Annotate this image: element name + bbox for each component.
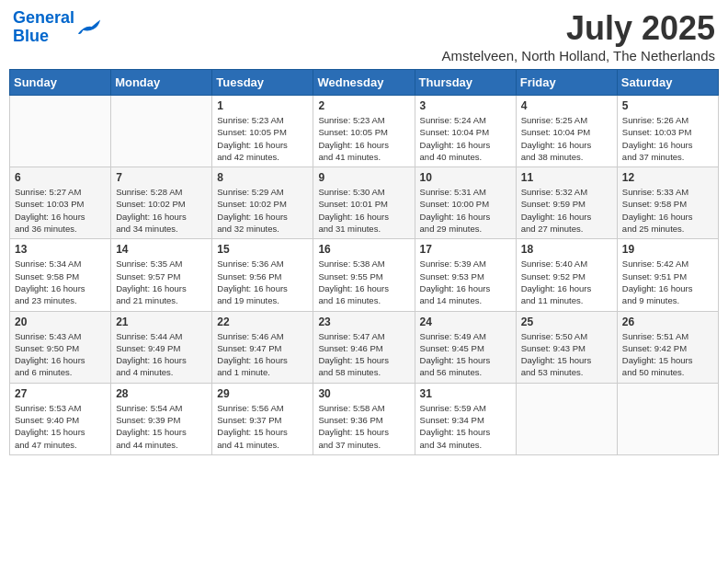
calendar-cell [516, 383, 617, 454]
day-number: 20 [15, 316, 106, 328]
day-number: 15 [217, 243, 308, 256]
day-info: Sunrise: 5:56 AM Sunset: 9:37 PM Dayligh… [217, 402, 308, 451]
day-number: 25 [521, 316, 612, 328]
day-number: 28 [116, 387, 207, 400]
calendar-cell: 5Sunrise: 5:26 AM Sunset: 10:03 PM Dayli… [617, 96, 718, 167]
day-info: Sunrise: 5:38 AM Sunset: 9:55 PM Dayligh… [318, 258, 409, 306]
calendar-week-row: 20Sunrise: 5:43 AM Sunset: 9:50 PM Dayli… [10, 311, 719, 383]
calendar-table: SundayMondayTuesdayWednesdayThursdayFrid… [9, 69, 719, 455]
day-info: Sunrise: 5:44 AM Sunset: 9:49 PM Dayligh… [116, 330, 207, 379]
day-number: 19 [622, 243, 713, 256]
logo-text: General Blue [13, 9, 74, 46]
day-number: 31 [420, 387, 511, 400]
day-info: Sunrise: 5:29 AM Sunset: 10:02 PM Daylig… [217, 186, 308, 235]
month-year: July 2025 [442, 9, 715, 48]
day-info: Sunrise: 5:46 AM Sunset: 9:47 PM Dayligh… [217, 330, 308, 379]
day-number: 23 [318, 316, 409, 328]
calendar-cell: 9Sunrise: 5:30 AM Sunset: 10:01 PM Dayli… [313, 167, 415, 239]
day-info: Sunrise: 5:50 AM Sunset: 9:43 PM Dayligh… [521, 330, 612, 379]
calendar-cell: 18Sunrise: 5:40 AM Sunset: 9:52 PM Dayli… [516, 239, 617, 311]
calendar-week-row: 13Sunrise: 5:34 AM Sunset: 9:58 PM Dayli… [10, 239, 719, 311]
calendar-week-row: 27Sunrise: 5:53 AM Sunset: 9:40 PM Dayli… [10, 383, 719, 454]
day-info: Sunrise: 5:43 AM Sunset: 9:50 PM Dayligh… [15, 330, 106, 379]
day-info: Sunrise: 5:33 AM Sunset: 9:58 PM Dayligh… [622, 186, 713, 235]
day-number: 11 [521, 171, 612, 184]
day-info: Sunrise: 5:32 AM Sunset: 9:59 PM Dayligh… [521, 186, 612, 235]
day-number: 22 [217, 316, 308, 328]
day-info: Sunrise: 5:42 AM Sunset: 9:51 PM Dayligh… [622, 258, 713, 306]
day-number: 27 [15, 387, 106, 400]
day-info: Sunrise: 5:24 AM Sunset: 10:04 PM Daylig… [420, 114, 511, 163]
day-number: 18 [521, 243, 612, 256]
day-info: Sunrise: 5:36 AM Sunset: 9:56 PM Dayligh… [217, 258, 308, 306]
calendar-cell: 24Sunrise: 5:49 AM Sunset: 9:45 PM Dayli… [415, 311, 516, 383]
calendar-week-row: 6Sunrise: 5:27 AM Sunset: 10:03 PM Dayli… [10, 167, 719, 239]
calendar-cell: 16Sunrise: 5:38 AM Sunset: 9:55 PM Dayli… [313, 239, 415, 311]
day-number: 3 [420, 99, 511, 112]
day-number: 16 [318, 243, 409, 256]
day-info: Sunrise: 5:35 AM Sunset: 9:57 PM Dayligh… [116, 258, 207, 306]
weekday-header: Monday [111, 70, 212, 96]
calendar-cell: 20Sunrise: 5:43 AM Sunset: 9:50 PM Dayli… [10, 311, 111, 383]
day-number: 6 [15, 171, 106, 184]
logo-general: General [13, 8, 74, 27]
day-info: Sunrise: 5:49 AM Sunset: 9:45 PM Dayligh… [420, 330, 511, 379]
day-info: Sunrise: 5:23 AM Sunset: 10:05 PM Daylig… [318, 114, 409, 163]
day-info: Sunrise: 5:31 AM Sunset: 10:00 PM Daylig… [420, 186, 511, 235]
calendar-week-row: 1Sunrise: 5:23 AM Sunset: 10:05 PM Dayli… [10, 96, 719, 167]
day-info: Sunrise: 5:40 AM Sunset: 9:52 PM Dayligh… [521, 258, 612, 306]
calendar-cell [111, 96, 212, 167]
calendar-cell: 8Sunrise: 5:29 AM Sunset: 10:02 PM Dayli… [212, 167, 313, 239]
calendar-cell: 6Sunrise: 5:27 AM Sunset: 10:03 PM Dayli… [10, 167, 111, 239]
calendar-cell: 22Sunrise: 5:46 AM Sunset: 9:47 PM Dayli… [212, 311, 313, 383]
calendar-cell [617, 383, 718, 454]
day-info: Sunrise: 5:51 AM Sunset: 9:42 PM Dayligh… [622, 330, 713, 379]
day-info: Sunrise: 5:59 AM Sunset: 9:34 PM Dayligh… [420, 402, 511, 451]
calendar-cell: 14Sunrise: 5:35 AM Sunset: 9:57 PM Dayli… [111, 239, 212, 311]
day-number: 24 [420, 316, 511, 328]
weekday-header: Friday [516, 70, 617, 96]
logo-blue: Blue [13, 27, 49, 45]
weekday-header: Tuesday [212, 70, 313, 96]
day-info: Sunrise: 5:27 AM Sunset: 10:03 PM Daylig… [15, 186, 106, 235]
day-info: Sunrise: 5:34 AM Sunset: 9:58 PM Dayligh… [15, 258, 106, 306]
day-info: Sunrise: 5:28 AM Sunset: 10:02 PM Daylig… [116, 186, 207, 235]
logo-bird-icon [76, 17, 102, 38]
day-number: 26 [622, 316, 713, 328]
day-info: Sunrise: 5:54 AM Sunset: 9:39 PM Dayligh… [116, 402, 207, 451]
day-number: 21 [116, 316, 207, 328]
day-info: Sunrise: 5:23 AM Sunset: 10:05 PM Daylig… [217, 114, 308, 163]
day-number: 5 [622, 99, 713, 112]
weekday-header: Thursday [415, 70, 516, 96]
day-number: 7 [116, 171, 207, 184]
logo: General Blue [13, 9, 102, 46]
calendar-cell: 30Sunrise: 5:58 AM Sunset: 9:36 PM Dayli… [313, 383, 415, 454]
calendar-cell: 12Sunrise: 5:33 AM Sunset: 9:58 PM Dayli… [617, 167, 718, 239]
calendar-cell: 7Sunrise: 5:28 AM Sunset: 10:02 PM Dayli… [111, 167, 212, 239]
weekday-header: Sunday [10, 70, 111, 96]
day-number: 4 [521, 99, 612, 112]
calendar-cell: 27Sunrise: 5:53 AM Sunset: 9:40 PM Dayli… [10, 383, 111, 454]
day-number: 8 [217, 171, 308, 184]
day-info: Sunrise: 5:26 AM Sunset: 10:03 PM Daylig… [622, 114, 713, 163]
day-number: 30 [318, 387, 409, 400]
day-number: 9 [318, 171, 409, 184]
day-info: Sunrise: 5:25 AM Sunset: 10:04 PM Daylig… [521, 114, 612, 163]
calendar-cell: 31Sunrise: 5:59 AM Sunset: 9:34 PM Dayli… [415, 383, 516, 454]
calendar-cell: 21Sunrise: 5:44 AM Sunset: 9:49 PM Dayli… [111, 311, 212, 383]
day-info: Sunrise: 5:53 AM Sunset: 9:40 PM Dayligh… [15, 402, 106, 451]
calendar-cell: 2Sunrise: 5:23 AM Sunset: 10:05 PM Dayli… [313, 96, 415, 167]
weekday-header: Wednesday [313, 70, 415, 96]
calendar-cell: 15Sunrise: 5:36 AM Sunset: 9:56 PM Dayli… [212, 239, 313, 311]
day-number: 12 [622, 171, 713, 184]
day-info: Sunrise: 5:58 AM Sunset: 9:36 PM Dayligh… [318, 402, 409, 451]
calendar-cell: 4Sunrise: 5:25 AM Sunset: 10:04 PM Dayli… [516, 96, 617, 167]
day-number: 1 [217, 99, 308, 112]
calendar-cell [10, 96, 111, 167]
day-number: 14 [116, 243, 207, 256]
day-info: Sunrise: 5:30 AM Sunset: 10:01 PM Daylig… [318, 186, 409, 235]
day-number: 2 [318, 99, 409, 112]
page-header: General Blue July 2025 Amstelveen, North… [9, 9, 719, 63]
title-section: July 2025 Amstelveen, North Holland, The… [442, 9, 715, 63]
calendar-cell: 11Sunrise: 5:32 AM Sunset: 9:59 PM Dayli… [516, 167, 617, 239]
